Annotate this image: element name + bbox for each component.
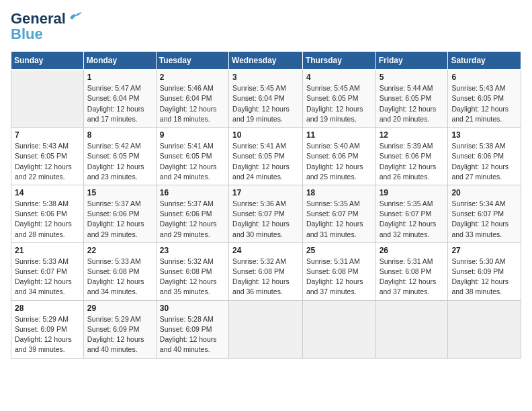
calendar-cell: 21Sunrise: 5:33 AM Sunset: 6:07 PM Dayli…	[11, 242, 84, 300]
day-info: Sunrise: 5:28 AM Sunset: 6:09 PM Dayligh…	[160, 314, 225, 355]
calendar-week-row: 7Sunrise: 5:43 AM Sunset: 6:05 PM Daylig…	[11, 128, 521, 185]
calendar-cell: 15Sunrise: 5:37 AM Sunset: 6:06 PM Dayli…	[83, 185, 156, 242]
logo-blue-text: Blue	[11, 26, 43, 42]
calendar-cell: 25Sunrise: 5:31 AM Sunset: 6:08 PM Dayli…	[302, 242, 375, 300]
header-wednesday: Wednesday	[229, 52, 303, 70]
calendar-cell: 24Sunrise: 5:32 AM Sunset: 6:08 PM Dayli…	[229, 242, 303, 300]
calendar-cell	[302, 300, 375, 358]
day-info: Sunrise: 5:34 AM Sunset: 6:07 PM Dayligh…	[451, 199, 517, 240]
logo-text: General	[11, 11, 66, 27]
day-info: Sunrise: 5:39 AM Sunset: 6:06 PM Dayligh…	[380, 141, 445, 182]
calendar-cell: 19Sunrise: 5:35 AM Sunset: 6:07 PM Dayli…	[375, 185, 448, 242]
calendar-cell: 6Sunrise: 5:43 AM Sunset: 6:05 PM Daylig…	[448, 70, 521, 128]
day-number: 17	[232, 188, 299, 197]
day-number: 28	[15, 304, 80, 313]
day-info: Sunrise: 5:29 AM Sunset: 6:09 PM Dayligh…	[15, 314, 80, 355]
day-number: 27	[451, 246, 517, 255]
day-number: 26	[380, 246, 445, 255]
day-number: 2	[160, 73, 225, 82]
page-header: General Blue	[11, 11, 521, 43]
day-number: 11	[306, 130, 372, 140]
header-saturday: Saturday	[448, 52, 521, 70]
day-info: Sunrise: 5:33 AM Sunset: 6:08 PM Dayligh…	[87, 257, 152, 298]
day-info: Sunrise: 5:41 AM Sunset: 6:05 PM Dayligh…	[160, 141, 225, 182]
header-monday: Monday	[83, 52, 156, 70]
day-number: 18	[306, 188, 372, 197]
calendar-cell: 10Sunrise: 5:41 AM Sunset: 6:05 PM Dayli…	[229, 128, 303, 185]
day-info: Sunrise: 5:32 AM Sunset: 6:08 PM Dayligh…	[232, 257, 299, 298]
calendar-cell: 28Sunrise: 5:29 AM Sunset: 6:09 PM Dayli…	[11, 300, 84, 358]
day-number: 15	[87, 188, 152, 197]
calendar-cell: 17Sunrise: 5:36 AM Sunset: 6:07 PM Dayli…	[229, 185, 303, 242]
day-info: Sunrise: 5:47 AM Sunset: 6:04 PM Dayligh…	[87, 83, 152, 124]
day-info: Sunrise: 5:32 AM Sunset: 6:08 PM Dayligh…	[160, 257, 225, 298]
day-number: 3	[232, 73, 299, 82]
logo-bird-icon	[69, 11, 83, 22]
day-number: 19	[380, 188, 445, 197]
day-number: 16	[160, 188, 225, 197]
day-info: Sunrise: 5:44 AM Sunset: 6:05 PM Dayligh…	[380, 83, 445, 124]
calendar-cell: 20Sunrise: 5:34 AM Sunset: 6:07 PM Dayli…	[448, 185, 521, 242]
calendar-cell: 27Sunrise: 5:30 AM Sunset: 6:09 PM Dayli…	[448, 242, 521, 300]
day-info: Sunrise: 5:43 AM Sunset: 6:05 PM Dayligh…	[451, 83, 517, 124]
day-number: 30	[160, 304, 225, 313]
calendar-cell: 7Sunrise: 5:43 AM Sunset: 6:05 PM Daylig…	[11, 128, 84, 185]
day-info: Sunrise: 5:33 AM Sunset: 6:07 PM Dayligh…	[15, 257, 80, 298]
calendar-cell	[229, 300, 303, 358]
header-sunday: Sunday	[11, 52, 84, 70]
calendar-cell: 2Sunrise: 5:46 AM Sunset: 6:04 PM Daylig…	[156, 70, 228, 128]
header-tuesday: Tuesday	[156, 52, 228, 70]
day-number: 23	[160, 246, 225, 255]
day-info: Sunrise: 5:38 AM Sunset: 6:06 PM Dayligh…	[15, 199, 80, 240]
day-number: 24	[232, 246, 299, 255]
header-friday: Friday	[375, 52, 448, 70]
calendar-week-row: 21Sunrise: 5:33 AM Sunset: 6:07 PM Dayli…	[11, 242, 521, 300]
day-info: Sunrise: 5:37 AM Sunset: 6:06 PM Dayligh…	[87, 199, 152, 240]
day-info: Sunrise: 5:43 AM Sunset: 6:05 PM Dayligh…	[15, 141, 80, 182]
day-info: Sunrise: 5:36 AM Sunset: 6:07 PM Dayligh…	[232, 199, 299, 240]
calendar-cell: 8Sunrise: 5:42 AM Sunset: 6:05 PM Daylig…	[83, 128, 156, 185]
day-info: Sunrise: 5:35 AM Sunset: 6:07 PM Dayligh…	[380, 199, 445, 240]
logo: General Blue	[11, 11, 83, 43]
calendar-cell: 16Sunrise: 5:37 AM Sunset: 6:06 PM Dayli…	[156, 185, 228, 242]
calendar-cell: 12Sunrise: 5:39 AM Sunset: 6:06 PM Dayli…	[375, 128, 448, 185]
day-number: 9	[160, 130, 225, 140]
calendar-cell: 3Sunrise: 5:45 AM Sunset: 6:04 PM Daylig…	[229, 70, 303, 128]
day-number: 25	[306, 246, 372, 255]
day-info: Sunrise: 5:40 AM Sunset: 6:06 PM Dayligh…	[306, 141, 372, 182]
day-number: 7	[15, 130, 80, 140]
calendar-week-row: 1Sunrise: 5:47 AM Sunset: 6:04 PM Daylig…	[11, 70, 521, 128]
calendar-cell: 29Sunrise: 5:29 AM Sunset: 6:09 PM Dayli…	[83, 300, 156, 358]
day-number: 13	[451, 130, 517, 140]
day-info: Sunrise: 5:35 AM Sunset: 6:07 PM Dayligh…	[306, 199, 372, 240]
day-number: 12	[380, 130, 445, 140]
calendar-week-row: 28Sunrise: 5:29 AM Sunset: 6:09 PM Dayli…	[11, 300, 521, 358]
calendar-cell	[375, 300, 448, 358]
day-info: Sunrise: 5:38 AM Sunset: 6:06 PM Dayligh…	[451, 141, 517, 182]
day-number: 21	[15, 246, 80, 255]
calendar-cell	[448, 300, 521, 358]
header-thursday: Thursday	[302, 52, 375, 70]
calendar-cell	[11, 70, 84, 128]
day-info: Sunrise: 5:31 AM Sunset: 6:08 PM Dayligh…	[306, 257, 372, 298]
day-info: Sunrise: 5:45 AM Sunset: 6:05 PM Dayligh…	[306, 83, 372, 124]
calendar-cell: 9Sunrise: 5:41 AM Sunset: 6:05 PM Daylig…	[156, 128, 228, 185]
calendar-cell: 13Sunrise: 5:38 AM Sunset: 6:06 PM Dayli…	[448, 128, 521, 185]
day-number: 5	[380, 73, 445, 82]
day-info: Sunrise: 5:29 AM Sunset: 6:09 PM Dayligh…	[87, 314, 152, 355]
calendar-cell: 5Sunrise: 5:44 AM Sunset: 6:05 PM Daylig…	[375, 70, 448, 128]
calendar-cell: 18Sunrise: 5:35 AM Sunset: 6:07 PM Dayli…	[302, 185, 375, 242]
day-number: 20	[451, 188, 517, 197]
day-info: Sunrise: 5:37 AM Sunset: 6:06 PM Dayligh…	[160, 199, 225, 240]
day-info: Sunrise: 5:41 AM Sunset: 6:05 PM Dayligh…	[232, 141, 299, 182]
day-info: Sunrise: 5:46 AM Sunset: 6:04 PM Dayligh…	[160, 83, 225, 124]
calendar-cell: 30Sunrise: 5:28 AM Sunset: 6:09 PM Dayli…	[156, 300, 228, 358]
calendar-table: SundayMondayTuesdayWednesdayThursdayFrid…	[11, 51, 521, 358]
calendar-cell: 1Sunrise: 5:47 AM Sunset: 6:04 PM Daylig…	[83, 70, 156, 128]
calendar-cell: 26Sunrise: 5:31 AM Sunset: 6:08 PM Dayli…	[375, 242, 448, 300]
day-number: 4	[306, 73, 372, 82]
calendar-cell: 4Sunrise: 5:45 AM Sunset: 6:05 PM Daylig…	[302, 70, 375, 128]
day-number: 29	[87, 304, 152, 313]
calendar-week-row: 14Sunrise: 5:38 AM Sunset: 6:06 PM Dayli…	[11, 185, 521, 242]
day-number: 10	[232, 130, 299, 140]
